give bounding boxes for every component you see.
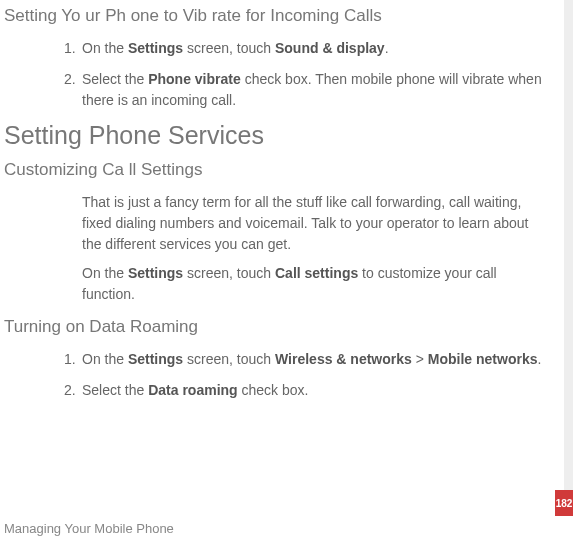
subsection-data-roaming: Turning on Data Roaming — [4, 317, 553, 337]
bold-text: Settings — [128, 351, 183, 367]
step-number: 2. — [64, 69, 76, 90]
list-item: 1. On the Settings screen, touch Wireles… — [82, 349, 553, 370]
step-text: On the — [82, 40, 128, 56]
step-text: check box. — [238, 382, 309, 398]
page-number-tab: 182 — [555, 490, 573, 516]
bold-text: Data roaming — [148, 382, 237, 398]
step-text: screen, touch — [183, 351, 275, 367]
step-text: screen, touch — [183, 40, 275, 56]
step-text: Select the — [82, 71, 148, 87]
step-text: On the — [82, 351, 128, 367]
bold-text: Wireless & networks — [275, 351, 412, 367]
side-bar — [564, 0, 573, 490]
step-number: 1. — [64, 349, 76, 370]
list-item: 2. Select the Data roaming check box. — [82, 380, 553, 401]
step-text: > — [412, 351, 428, 367]
bold-text: Settings — [128, 40, 183, 56]
subsection-call-settings: Customizing Ca ll Settings — [4, 160, 553, 180]
paragraph: On the Settings screen, touch Call setti… — [82, 263, 543, 305]
vibrate-steps: 1. On the Settings screen, touch Sound &… — [4, 38, 553, 111]
list-item: 1. On the Settings screen, touch Sound &… — [82, 38, 553, 59]
paragraph: That is just a fancy term for all the st… — [82, 192, 543, 255]
text: screen, touch — [183, 265, 275, 281]
bold-text: Call settings — [275, 265, 358, 281]
step-text: . — [537, 351, 541, 367]
step-number: 1. — [64, 38, 76, 59]
footer-text: Managing Your Mobile Phone — [4, 521, 174, 536]
bold-text: Sound & display — [275, 40, 385, 56]
section-title-vibrate: Setting Yo ur Ph one to Vib rate for Inc… — [4, 6, 553, 26]
step-text: . — [385, 40, 389, 56]
step-number: 2. — [64, 380, 76, 401]
text: On the — [82, 265, 128, 281]
bold-text: Mobile networks — [428, 351, 538, 367]
list-item: 2. Select the Phone vibrate check box. T… — [82, 69, 553, 111]
roaming-steps: 1. On the Settings screen, touch Wireles… — [4, 349, 553, 401]
bold-text: Phone vibrate — [148, 71, 241, 87]
bold-text: Settings — [128, 265, 183, 281]
step-text: Select the — [82, 382, 148, 398]
heading-phone-services: Setting Phone Services — [4, 121, 553, 150]
page-content: Setting Yo ur Ph one to Vib rate for Inc… — [0, 0, 573, 421]
